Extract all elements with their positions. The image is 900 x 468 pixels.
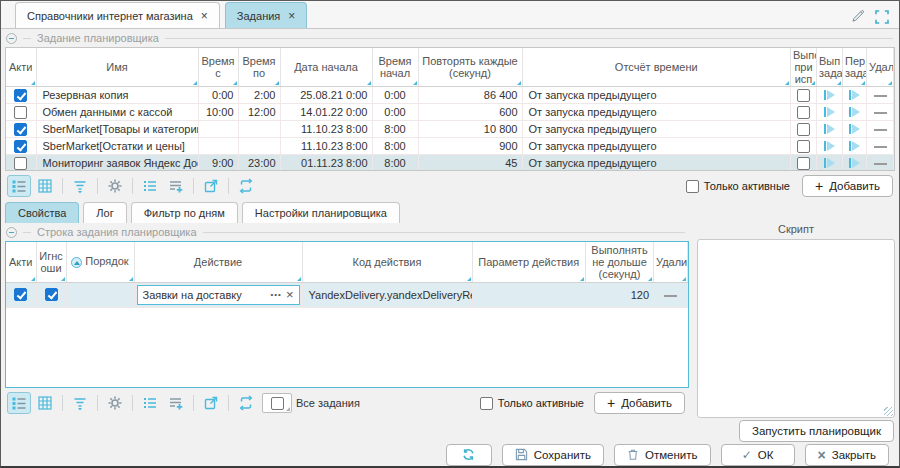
table-row-selected[interactable]: Мониторинг заявок Яндекс Дост 9:00 23:00… (6, 155, 894, 172)
maximize-icon[interactable] (875, 10, 889, 24)
collapse-section-icon[interactable] (6, 227, 17, 238)
open-in-window-icon[interactable] (199, 175, 223, 197)
col-countdown[interactable]: Отсчёт времени (522, 48, 791, 87)
col-run-on-start[interactable]: Выпо при исп (791, 48, 817, 87)
save-button[interactable]: Сохранить (502, 444, 604, 466)
resize-grip[interactable] (884, 407, 893, 416)
tab-close-icon[interactable]: × (288, 11, 295, 21)
tab-tasks[interactable]: Задания × (225, 2, 308, 28)
edit-pencil-icon[interactable] (850, 9, 865, 24)
run-task-icon[interactable] (824, 123, 835, 135)
open-in-window-icon[interactable] (199, 392, 223, 414)
select-list-icon[interactable] (138, 175, 162, 197)
tab-close-icon[interactable]: × (201, 11, 208, 21)
script-textarea[interactable] (697, 239, 895, 418)
active-checkbox[interactable] (14, 106, 27, 119)
delete-row-icon[interactable] (874, 95, 887, 97)
only-active-filter[interactable]: Только активные (686, 180, 790, 193)
delete-row-icon[interactable] (874, 146, 887, 148)
table-row[interactable]: SberMarket[Остатки и цены] 11.10.23 8:00… (6, 138, 894, 155)
collapse-section-icon[interactable] (6, 33, 17, 44)
only-active-filter[interactable]: Только активные (480, 397, 584, 410)
col-run-task[interactable]: Вып зада (817, 48, 843, 87)
col-delete[interactable]: Удалит (867, 48, 894, 87)
list-view-icon[interactable] (7, 392, 31, 414)
run-task-icon[interactable] (824, 89, 835, 101)
settings-gear-icon[interactable] (103, 175, 127, 197)
all-tasks-checkbox-box[interactable] (262, 393, 292, 413)
col-delete[interactable]: Удалит (654, 242, 688, 282)
list-view-icon[interactable] (7, 175, 31, 197)
go-to-task-icon[interactable] (849, 89, 860, 101)
active-checkbox[interactable] (14, 157, 27, 170)
col-go-task[interactable]: Пер зада (843, 48, 867, 87)
filter-icon[interactable] (68, 392, 92, 414)
col-time-to[interactable]: Время по (238, 48, 280, 87)
pick-action-icon[interactable]: ••• (271, 290, 282, 299)
col-max-duration[interactable]: Выполнять не дольше (секунд) (586, 242, 654, 282)
active-checkbox[interactable] (14, 123, 27, 136)
col-action[interactable]: Действие (134, 242, 302, 282)
refresh-list-icon[interactable] (234, 392, 258, 414)
delete-row-icon[interactable] (874, 129, 887, 131)
tab-properties[interactable]: Свойства (5, 202, 79, 223)
go-to-task-icon[interactable] (849, 106, 860, 118)
col-name[interactable]: Имя (36, 48, 198, 87)
run-on-start-checkbox[interactable] (797, 140, 810, 153)
tab-day-filter[interactable]: Фильтр по дням (131, 202, 238, 223)
tab-scheduler-settings[interactable]: Настройки планировщика (242, 202, 400, 223)
col-start-date[interactable]: Дата начала (280, 48, 372, 87)
grid-view-icon[interactable] (33, 392, 57, 414)
tab-directories[interactable]: Справочники интернет магазина × (15, 2, 220, 28)
active-checkbox[interactable] (14, 288, 27, 301)
action-editor[interactable]: Заявки на доставку ••• × (137, 285, 300, 305)
all-tasks-checkbox[interactable] (271, 397, 284, 410)
col-repeat[interactable]: Повторять каждые (секунд) (418, 48, 522, 87)
run-on-start-checkbox[interactable] (797, 157, 810, 170)
col-time-from[interactable]: Время с (198, 48, 238, 87)
settings-gear-icon[interactable] (103, 392, 127, 414)
close-button[interactable]: × Закрыть (805, 444, 889, 466)
col-action-code[interactable]: Код действия (302, 242, 472, 282)
col-order[interactable]: Порядок (66, 242, 134, 282)
ok-button[interactable]: ✓ ОК (721, 444, 795, 466)
active-checkbox[interactable] (14, 140, 27, 153)
filter-icon[interactable] (68, 175, 92, 197)
col-active[interactable]: Акти (6, 48, 36, 87)
run-task-icon[interactable] (824, 106, 835, 118)
delete-row-icon[interactable] (874, 112, 887, 114)
add-row-icon[interactable] (164, 175, 188, 197)
only-active-checkbox[interactable] (480, 397, 493, 410)
run-on-start-checkbox[interactable] (797, 106, 810, 119)
table-row[interactable]: Резервная копия 0:00 2:00 25.08.21 0:00 … (6, 87, 894, 104)
tab-log[interactable]: Лог (83, 202, 126, 223)
run-task-icon[interactable] (824, 140, 835, 152)
col-start-time[interactable]: Время начал (372, 48, 418, 87)
table-row[interactable]: Обмен данными с кассой 10:00 12:00 14.01… (6, 104, 894, 121)
go-to-task-icon[interactable] (849, 123, 860, 135)
run-task-icon[interactable] (824, 157, 835, 169)
col-active[interactable]: Акти (6, 242, 36, 282)
col-ignore-errors[interactable]: Игнс оши (36, 242, 66, 282)
only-active-checkbox[interactable] (686, 180, 699, 193)
go-to-task-icon[interactable] (849, 140, 860, 152)
delete-row-icon[interactable] (664, 295, 677, 297)
refresh-button[interactable] (446, 444, 492, 466)
run-on-start-checkbox[interactable] (797, 89, 810, 102)
add-line-button[interactable]: + Добавить (594, 392, 685, 414)
task-line-row[interactable]: Заявки на доставку ••• × YandexDelivery.… (6, 282, 688, 307)
col-action-param[interactable]: Параметр действия (472, 242, 586, 282)
refresh-list-icon[interactable] (234, 175, 258, 197)
table-row[interactable]: SberMarket[Товары и категории] 11.10.23 … (6, 121, 894, 138)
add-row-icon[interactable] (164, 392, 188, 414)
go-to-task-icon[interactable] (849, 157, 860, 169)
run-on-start-checkbox[interactable] (797, 123, 810, 136)
delete-row-icon[interactable] (874, 163, 887, 165)
add-task-button[interactable]: + Добавить (802, 175, 893, 197)
active-checkbox[interactable] (14, 89, 27, 102)
grid-view-icon[interactable] (33, 175, 57, 197)
run-scheduler-button[interactable]: Запустить планировщик (739, 420, 894, 442)
clear-action-icon[interactable]: × (286, 287, 294, 302)
ignore-errors-checkbox[interactable] (45, 288, 58, 301)
cancel-button[interactable]: Отменить (614, 444, 711, 466)
